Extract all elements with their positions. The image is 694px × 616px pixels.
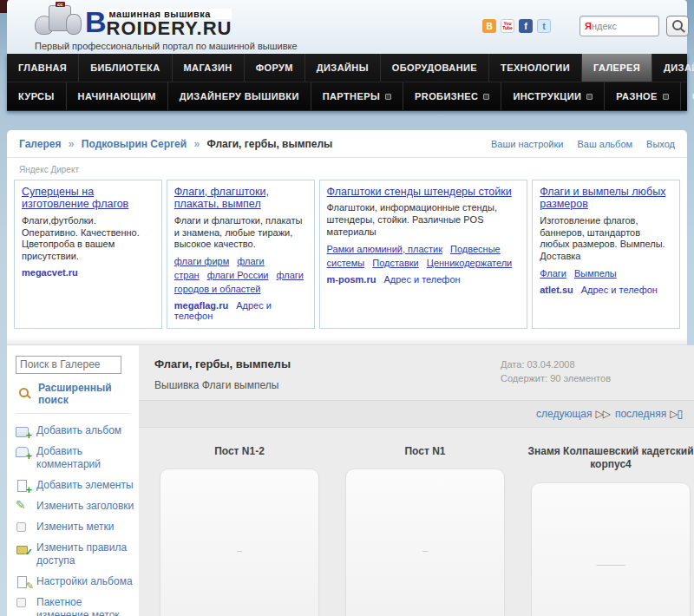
nav-item-magazin[interactable]: МАГАЗИН [173, 54, 245, 82]
nav-item-tekhnologii[interactable]: ТЕХНОЛОГИИ [489, 54, 582, 82]
gallery-content: Флаги, гербы, вымпелы Вышивка Флаги вымп… [139, 345, 694, 616]
album-title: Флаги, гербы, вымпелы [154, 357, 291, 370]
add-elements-icon [16, 479, 30, 492]
nav-item-biblioteka[interactable]: БИБЛИОТЕКА [79, 54, 172, 82]
ad-title-link[interactable]: Флагштоки стенды штендеры стойки [327, 186, 520, 198]
checkbox-icon [16, 521, 30, 534]
sidebar-item-edit-access[interactable]: Изменить правила доступа [16, 541, 137, 567]
add-album-icon [16, 424, 30, 437]
site-header: cc B машинная вышивка ROIDERY.RU Первый … [7, 0, 687, 54]
nav-item-partnery[interactable]: ПАРТНЕРЫ [311, 82, 403, 110]
logo-chip: cc [56, 2, 65, 7]
breadcrumb-separator: » [69, 138, 75, 150]
nav-item-galereya[interactable]: ГАЛЕРЕЯ [582, 54, 652, 82]
album-subtitle: Вышивка Флаги вымпелы [154, 379, 291, 391]
facebook-icon[interactable]: f [519, 19, 533, 33]
nav-item-probiznes[interactable]: PROБИЗНЕС [403, 82, 501, 110]
card-thumbnail[interactable]: ——— [531, 482, 691, 616]
advanced-search[interactable]: Расширенный поиск [17, 382, 139, 406]
ad-body: Флаги и флагштоки, плакаты и знамена, лю… [174, 215, 307, 251]
nav-item-dizayneru-vyshivki[interactable]: ДИЗАЙНЕРУ ВЫШИВКИ [168, 82, 311, 110]
pagination-next-link[interactable]: следующая [536, 408, 592, 420]
pagination-last-link[interactable]: последняя [615, 408, 666, 420]
breadcrumb-author[interactable]: Подковырин Сергей [82, 138, 187, 150]
ad-sublink[interactable]: Флаги [540, 268, 566, 279]
nav-label: PROБИЗНЕС [415, 91, 478, 102]
nav-item-forum[interactable]: ФОРУМ [245, 54, 305, 82]
logout-link[interactable]: Выход [646, 139, 675, 149]
sidebar-item-label: Изменить правила доступа [36, 541, 137, 567]
checkbox-icon [16, 596, 30, 609]
sidebar-item-label: Добавить альбом [36, 424, 121, 437]
ad-sublink[interactable]: Вымпелы [574, 268, 617, 279]
yandex-placeholder-first: Я [585, 21, 592, 31]
nav-item-kursy[interactable]: КУРСЫ [7, 82, 67, 110]
gallery-sidebar: Расширенный поиск Добавить альбом Добави… [7, 345, 139, 616]
sidebar-item-label: Добавить комментарий [36, 445, 137, 471]
ad-contact-link[interactable]: Адрес и телефон [383, 274, 460, 285]
social-bar: B You Tube f t [482, 19, 551, 33]
card-title[interactable]: Пост N1 [342, 445, 508, 459]
nav-item-nachinayushchim[interactable]: НАЧИНАЮЩИМ [67, 82, 168, 110]
sidebar-item-album-settings[interactable]: Настройки альбома [16, 575, 137, 588]
ad-title-link[interactable]: Флаги и вымпелы любых размеров [540, 186, 672, 211]
gallery-search-input[interactable] [16, 356, 121, 374]
ad-sublink[interactable]: Подставки [372, 258, 419, 268]
sidebar-item-add-comment[interactable]: Добавить комментарий [16, 445, 137, 471]
card-title[interactable]: Знамя Колпашевский кадетский корпус4 [527, 445, 694, 472]
nav-item-instruktsii[interactable]: ИНСТРУКЦИИ [501, 82, 605, 110]
advanced-search-label: Расширенный поиск [38, 382, 139, 406]
ad-domain-link[interactable]: m-posm.ru [327, 274, 376, 285]
album-count: Содержит: 90 элементов [501, 371, 611, 386]
ad-title-link[interactable]: Суперцены на изготовление флагов [22, 186, 154, 211]
breadcrumb-gallery[interactable]: Галерея [19, 138, 61, 150]
sidebar-item-add-elements[interactable]: Добавить элементы [16, 479, 137, 492]
ad-domain-link[interactable]: atlet.su [540, 285, 573, 295]
sidebar-divider [16, 413, 130, 414]
nav-item-oborudovanie[interactable]: ОБОРУДОВАНИЕ [381, 54, 489, 82]
settings-link[interactable]: Ваши настройки [491, 139, 564, 149]
ad-domain-link[interactable]: megaflag.ru [174, 300, 228, 311]
sidebar-item-add-album[interactable]: Добавить альбом [16, 424, 137, 437]
nav-item-o-nas[interactable]: О НАС [681, 82, 694, 110]
album-date: Дата: 03.04.2008 [501, 357, 611, 372]
site-logo[interactable]: cc B машинная вышивка ROIDERY.RU [33, 2, 232, 40]
twitter-icon[interactable]: t [537, 19, 551, 33]
ad-title-link[interactable]: Флаги, флагштоки, плакаты, вымпел [174, 186, 307, 211]
breadcrumb: Галерея » Подковырин Сергей » Флаги, гер… [19, 138, 332, 150]
ad-sublink[interactable]: Рамки алюминий, пластик [327, 244, 443, 254]
breadcrumb-row: Галерея » Подковырин Сергей » Флаги, гер… [7, 130, 687, 158]
card-title[interactable]: Пост N1-2 [156, 445, 323, 459]
youtube-icon[interactable]: You Tube [501, 19, 514, 33]
sidebar-item-batch-labels[interactable]: Пакетное изменение меток [16, 596, 137, 616]
logo-letter-b: B [85, 9, 107, 36]
ad-domain-link[interactable]: megacvet.ru [22, 267, 78, 278]
card-thumbnail[interactable]: – [160, 469, 319, 616]
breadcrumb-separator: » [193, 138, 200, 150]
album-link[interactable]: Ваш альбом [577, 139, 632, 149]
pagination-last-icon[interactable]: ▷▯ [670, 408, 682, 420]
card-thumbnail[interactable]: – [345, 469, 505, 616]
search-icon [17, 387, 32, 400]
ad-body: Изготовление флагов, баннеров, штандарто… [540, 215, 672, 263]
sidebar-item-label: Пакетное изменение меток [36, 596, 137, 616]
nav-item-dizaynery[interactable]: ДИЗАЙНЕРЫ [652, 54, 694, 82]
user-links: Ваши настройки Ваш альбом Выход [491, 139, 675, 149]
ad-sublink[interactable]: флаги фирм [174, 256, 229, 266]
nav-item-glavnaya[interactable]: ГЛАВНАЯ [7, 54, 79, 82]
ad-contact-link[interactable]: Адрес и телефон [581, 285, 658, 295]
ad-sublink[interactable]: Ценникодержатели [427, 258, 512, 268]
nav-item-dizayny[interactable]: ДИЗАЙНЫ [305, 54, 381, 82]
nav-label: РАЗНОЕ [616, 91, 657, 102]
sidebar-item-edit-titles[interactable]: Изменить заголовки [16, 500, 137, 513]
yandex-search-button[interactable] [666, 16, 689, 36]
blog-icon[interactable]: B [482, 19, 496, 33]
nav-row-2: КУРСЫ НАЧИНАЮЩИМ ДИЗАЙНЕРУ ВЫШИВКИ ПАРТН… [7, 82, 687, 111]
yandex-search-input[interactable]: Я ндекс [579, 16, 659, 36]
pagination-next-icon[interactable]: ▷▷ [595, 408, 609, 420]
nav-item-raznoe[interactable]: РАЗНОЕ [605, 82, 680, 110]
nav-row-1: ГЛАВНАЯ БИБЛИОТЕКА МАГАЗИН ФОРУМ ДИЗАЙНЫ… [7, 54, 687, 82]
sidebar-item-edit-labels[interactable]: Изменить метки [16, 521, 137, 534]
ad-sublink[interactable]: флаги России [207, 270, 269, 280]
sidebar-item-label: Настройки альбома [36, 575, 133, 588]
